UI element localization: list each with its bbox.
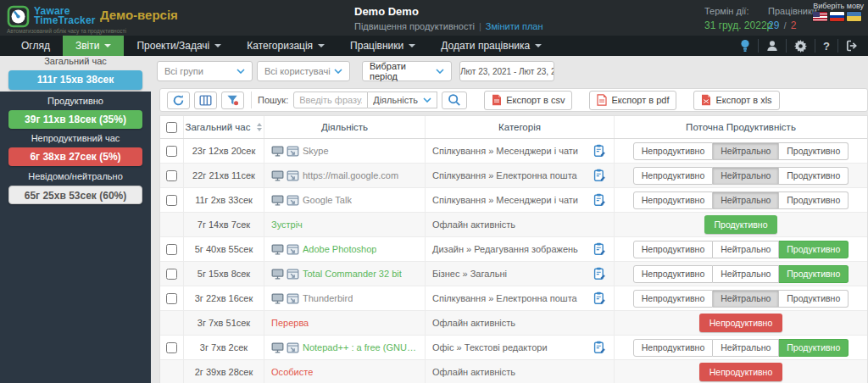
export-csv-button[interactable]: Експорт в csv [484,91,572,110]
edit-category-icon[interactable] [593,169,606,184]
unproductive-status-button[interactable]: Непродуктивно [699,363,783,381]
monitor-icon [271,342,284,353]
col-category: Категорія [498,122,541,132]
category-label: Офлайн активність [432,367,515,377]
stat-value-button[interactable]: 111г 15хв 38сек [8,70,142,90]
ua-flag-icon[interactable] [847,12,861,21]
export-pdf-button[interactable]: Експорт в pdf [589,91,676,110]
date-range-input[interactable] [459,61,554,81]
screenshots-icon[interactable] [287,269,299,280]
unproductive-status-button[interactable]: Непродуктивно [699,314,783,332]
nav-item-add-employee[interactable]: Додати працівника [428,36,554,56]
screenshots-icon[interactable] [287,146,299,157]
screenshots-icon[interactable] [287,342,299,353]
nav-item-employees[interactable]: Працівники [337,36,428,56]
edit-category-icon[interactable] [593,267,606,282]
period-select[interactable]: Вибрати період [362,61,452,81]
search-button[interactable] [442,92,467,109]
set-unproductive-button[interactable]: Непродуктивно [633,290,714,308]
change-plan-link[interactable]: Змінити план [486,21,543,31]
productive-status-button[interactable]: Продуктивно [704,215,778,234]
term-block: Термін дії: 31 груд. 2022р [704,6,772,31]
sidebar-stat-productive: Продуктивно 39г 11хв 18сек (35%) [0,96,151,129]
us-flag-icon[interactable] [813,12,827,21]
set-productive-button[interactable]: Продуктивно [779,290,849,308]
set-productive-button[interactable]: Продуктивно [779,142,849,160]
row-checkbox[interactable] [166,146,177,157]
nav-item-categorization[interactable]: Категоризація [234,36,337,56]
set-productive-button[interactable]: Продуктивно [779,167,849,185]
screenshots-icon[interactable] [287,195,299,206]
row-checkbox[interactable] [166,244,177,255]
set-productive-button[interactable]: Продуктивно [779,241,849,258]
set-neutral-button[interactable]: Нейтрально [713,142,779,160]
productivity-toggle: НепродуктивноНейтральноПродуктивно [633,192,849,209]
set-unproductive-button[interactable]: Непродуктивно [633,339,714,357]
export-pdf-label: Експорт в pdf [611,95,669,105]
activity-icons [271,170,299,181]
row-checkbox[interactable] [166,195,177,206]
set-unproductive-button[interactable]: Непродуктивно [633,265,714,283]
set-neutral-button[interactable]: Нейтрально [713,265,779,283]
help-icon[interactable]: ? [815,39,837,53]
screenshots-icon[interactable] [287,170,299,181]
export-xls-button[interactable]: Експорт в xls [693,91,779,110]
set-neutral-button[interactable]: Нейтрально [713,192,779,209]
nav-item-reports[interactable]: Звіти [63,36,125,56]
edit-category-icon[interactable] [593,291,606,307]
screenshots-icon[interactable] [287,293,299,304]
refresh-button[interactable] [167,92,190,109]
productivity-toggle: НепродуктивноНейтральноПродуктивно [633,142,849,160]
edit-category-icon[interactable] [593,193,606,208]
productivity-toggle: НепродуктивноНейтральноПродуктивно [633,339,849,357]
set-neutral-button[interactable]: Нейтрально [713,290,779,308]
language-label: Виберіть мову [813,2,864,10]
set-neutral-button[interactable]: Нейтрально [713,241,779,258]
select-all-checkbox[interactable] [166,122,177,133]
set-unproductive-button[interactable]: Непродуктивно [633,142,714,160]
screenshots-icon[interactable] [287,244,299,255]
row-checkbox[interactable] [166,342,177,353]
edit-category-icon[interactable] [593,242,606,258]
set-neutral-button[interactable]: Нейтрально [713,339,779,357]
table-row: 11г 2хв 33сек Google Talk Спілкування » … [160,188,867,213]
sort-icon[interactable] [257,123,262,131]
filter-funnel-icon [226,94,239,106]
columns-button[interactable] [194,92,217,109]
stat-value-button[interactable]: 6г 38хв 27сек (5%) [8,147,142,166]
row-checkbox[interactable] [166,170,177,181]
groups-select[interactable]: Всі групи [157,61,253,81]
tips-lightbulb-icon[interactable] [732,39,758,53]
search-input[interactable] [293,92,368,108]
table-row: 5г 40хв 55сек Adobe Photoshop Дизайн » Р… [160,237,867,262]
table-row: 23г 12хв 20сек Skype Спілкування » Месен… [160,139,867,164]
monitor-icon [271,244,284,255]
stat-label: Невідомо/нейтрально [0,171,151,181]
nav-item-projects-tasks[interactable]: Проекти/Задачі [124,36,234,56]
users-select[interactable]: Всі користувачі [257,61,350,81]
nav-item-overview[interactable]: Огляд [8,36,63,56]
activity-table: Загальний час Діяльність Категорія Поточ… [159,115,868,383]
set-productive-button[interactable]: Продуктивно [779,192,849,209]
search-scope-select[interactable]: Діяльність [368,92,437,108]
stat-value-button[interactable]: 65г 25хв 53сек (60%) [8,186,142,204]
ru-flag-icon[interactable] [830,12,844,21]
set-productive-button[interactable]: Продуктивно [779,265,849,283]
row-checkbox[interactable] [166,293,177,304]
filter-button[interactable] [221,92,244,109]
stat-value-button[interactable]: 39г 11хв 18сек (35%) [8,110,142,129]
set-unproductive-button[interactable]: Непродуктивно [633,167,714,185]
set-neutral-button[interactable]: Нейтрально [713,167,779,185]
yaware-logo[interactable]: Yaware TimeTracker [7,5,96,28]
edit-category-icon[interactable] [593,144,606,159]
set-unproductive-button[interactable]: Непродуктивно [633,192,714,209]
edit-category-icon[interactable] [593,341,606,356]
set-productive-button[interactable]: Продуктивно [779,339,849,357]
employees-label: Працівники: [768,6,820,16]
row-checkbox[interactable] [166,269,177,280]
account-name: Demo Demo [354,5,543,18]
user-profile-icon[interactable] [758,39,786,53]
logout-icon[interactable] [837,39,866,53]
set-unproductive-button[interactable]: Непродуктивно [633,241,714,258]
settings-gear-icon[interactable] [786,39,815,53]
